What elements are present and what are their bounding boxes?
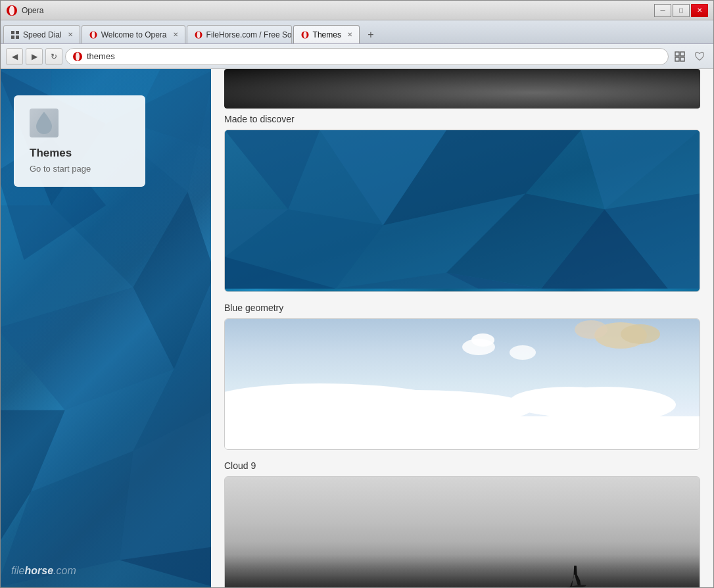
close-button[interactable]: ✕ xyxy=(691,4,708,17)
theme-preview-cloud-9[interactable] xyxy=(224,476,700,587)
tab-welcome-icon xyxy=(89,30,98,39)
svg-rect-2 xyxy=(11,31,14,34)
maximize-button[interactable]: □ xyxy=(673,4,690,17)
tab-speed-dial[interactable]: Speed Dial ✕ xyxy=(3,25,80,43)
svg-rect-14 xyxy=(675,52,679,56)
stash-button[interactable] xyxy=(671,48,688,65)
theme-label-made-to-discover: Made to discover xyxy=(224,114,700,124)
content-area[interactable]: Made to discover xyxy=(211,69,713,587)
svg-rect-15 xyxy=(680,52,684,56)
tab-filehorse-label: FileHorse.com / Free Soft... xyxy=(206,30,292,39)
partial-image-top xyxy=(224,69,700,109)
title-bar-text: Opera xyxy=(22,6,654,15)
speed-dial-icon xyxy=(11,30,20,39)
svg-rect-4 xyxy=(11,36,14,39)
svg-point-7 xyxy=(91,32,95,38)
tab-welcome[interactable]: Welcome to Opera ✕ xyxy=(82,25,185,43)
tab-welcome-close[interactable]: ✕ xyxy=(173,31,178,38)
filehorse-brand: filehorse.com xyxy=(11,565,76,577)
sidebar: Themes Go to start page filehorse.com xyxy=(1,69,211,587)
new-tab-button[interactable]: + xyxy=(362,26,379,43)
sidebar-title: Themes xyxy=(30,147,72,160)
theme-section-cloud-9: Cloud 9 xyxy=(224,460,700,587)
tab-speed-dial-label: Speed Dial xyxy=(23,30,62,39)
tab-filehorse[interactable]: FileHorse.com / Free Soft... ✕ xyxy=(187,25,292,43)
tab-speed-dial-close[interactable]: ✕ xyxy=(68,31,73,38)
tab-bar: Speed Dial ✕ Welcome to Opera ✕ FileHors… xyxy=(1,20,713,44)
svg-point-11 xyxy=(303,32,306,38)
address-input[interactable] xyxy=(87,51,661,61)
theme-label-blue-geometry: Blue geometry xyxy=(224,303,700,313)
tab-welcome-label: Welcome to Opera xyxy=(101,30,167,39)
go-to-start-link[interactable]: Go to start page xyxy=(30,164,91,174)
sidebar-card: Themes Go to start page xyxy=(14,95,145,187)
minimize-button[interactable]: ─ xyxy=(654,4,671,17)
nav-right-controls xyxy=(671,48,708,65)
theme-section-blue-geometry: Blue geometry xyxy=(224,303,700,450)
forward-button[interactable]: ▶ xyxy=(26,48,43,65)
filehorse-text: file xyxy=(11,565,24,576)
svg-rect-3 xyxy=(16,31,19,34)
tab-themes-label: Themes xyxy=(313,30,341,39)
svg-rect-16 xyxy=(675,57,679,61)
opera-icon xyxy=(72,51,83,62)
back-button[interactable]: ◀ xyxy=(6,48,23,65)
svg-rect-5 xyxy=(16,36,19,39)
opera-logo xyxy=(6,5,18,16)
window-controls: ─ □ ✕ xyxy=(654,4,708,17)
main-content: Themes Go to start page filehorse.com Ma xyxy=(1,69,713,587)
svg-point-9 xyxy=(197,32,200,38)
theme-preview-blue-geometry[interactable] xyxy=(224,318,700,450)
svg-point-1 xyxy=(9,5,14,15)
browser-window: Opera ─ □ ✕ Speed Dial ✕ xyxy=(0,0,714,588)
title-bar: Opera ─ □ ✕ xyxy=(1,1,713,20)
svg-point-13 xyxy=(76,52,80,61)
reload-button[interactable]: ↻ xyxy=(45,48,62,65)
tab-themes[interactable]: Themes ✕ xyxy=(293,25,360,43)
heart-button[interactable] xyxy=(691,48,708,65)
nav-bar: ◀ ▶ ↻ xyxy=(1,44,713,69)
tab-themes-icon xyxy=(300,30,310,39)
tab-themes-close[interactable]: ✕ xyxy=(347,31,352,38)
filehorse-domain: .com xyxy=(53,565,76,576)
tab-filehorse-icon xyxy=(194,30,203,39)
svg-rect-17 xyxy=(680,57,684,61)
address-bar xyxy=(65,48,669,65)
theme-section-made-to-discover: Made to discover xyxy=(224,114,700,292)
theme-preview-made-to-discover[interactable] xyxy=(224,130,700,292)
theme-label-cloud-9: Cloud 9 xyxy=(224,460,700,471)
themes-icon xyxy=(30,109,59,137)
